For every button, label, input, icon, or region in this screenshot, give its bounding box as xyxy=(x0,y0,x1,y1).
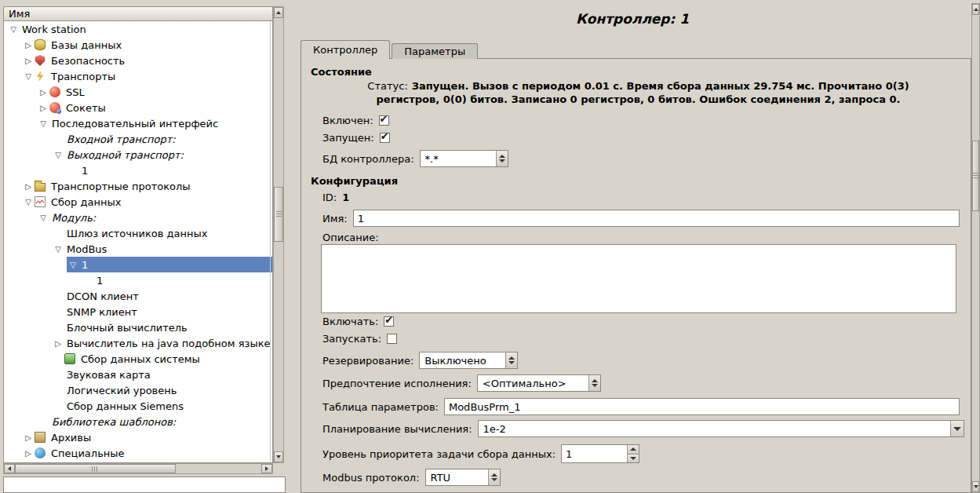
tree-item[interactable]: ▽Модуль: xyxy=(4,210,272,225)
scrollbar-thumb[interactable] xyxy=(15,464,176,473)
tree-indent xyxy=(4,163,67,178)
id-value: 1 xyxy=(342,192,349,203)
expander-closed-icon[interactable]: ▷ xyxy=(22,182,35,191)
expander-open-icon[interactable]: ▽ xyxy=(52,245,64,254)
tree-item-content: Блочный вычислитель xyxy=(52,320,272,335)
scrollbar-thumb[interactable] xyxy=(274,187,283,242)
redundancy-combobox[interactable]: Выключено xyxy=(419,352,518,369)
bottom-panel xyxy=(3,477,286,493)
scroll-right-button[interactable] xyxy=(261,464,272,473)
priority-row: Уровень приоритета задачи сбора данных: … xyxy=(322,444,960,463)
expander-closed-icon[interactable]: ▷ xyxy=(37,104,49,112)
scroll-left-button[interactable] xyxy=(4,464,15,473)
tree-item[interactable]: SNMP клиент xyxy=(4,304,272,320)
form-vertical-scrollbar[interactable] xyxy=(971,3,980,493)
tree-item[interactable]: ▽Последовательный интерфейс xyxy=(4,115,272,131)
tree-item-content: Библиотека шаблонов: xyxy=(37,414,272,429)
transports-icon xyxy=(35,71,46,82)
tree-item-label: SSL xyxy=(64,86,87,98)
tree-item-label: 1 xyxy=(79,259,90,271)
ssl-icon xyxy=(49,86,60,97)
started-checkbox[interactable] xyxy=(380,133,390,143)
tree-item[interactable]: Входной транспорт: xyxy=(4,131,272,147)
tree-item[interactable]: ▷Безопасность xyxy=(4,53,272,68)
tree-item[interactable]: Сбор данных Siemens xyxy=(4,398,272,414)
tree-indent xyxy=(4,367,52,382)
name-input[interactable] xyxy=(353,210,960,227)
schedule-combobox[interactable]: 1e-2 xyxy=(478,420,964,437)
expander-open-icon[interactable]: ▽ xyxy=(52,151,64,159)
tree-item[interactable]: ▽Транспорты xyxy=(4,68,272,84)
tree-vertical-scrollbar[interactable] xyxy=(273,6,284,463)
tree-item[interactable]: Сбор данных системы xyxy=(4,351,272,367)
to-enable-row: Включать: xyxy=(322,316,960,327)
tree-indent xyxy=(4,100,37,115)
to-start-checkbox[interactable] xyxy=(387,334,397,344)
param-table-input[interactable] xyxy=(444,398,960,415)
controller-db-combobox[interactable]: *.* xyxy=(420,150,508,167)
special-icon xyxy=(35,447,46,458)
tree-item-selected[interactable]: ▽1 xyxy=(4,257,272,272)
tree-indent xyxy=(4,272,82,288)
priority-spinbox[interactable]: 1 xyxy=(561,444,639,463)
expander-open-icon[interactable]: ▽ xyxy=(37,214,49,222)
tree-item[interactable]: Блочный вычислитель xyxy=(4,320,272,335)
tree-item-label: Модуль: xyxy=(49,212,98,224)
tree-item[interactable]: ▷Архивы xyxy=(4,429,272,445)
enabled-checkbox[interactable] xyxy=(379,115,389,126)
tree-item[interactable]: ▽ModBus xyxy=(4,241,272,257)
expander-closed-icon[interactable]: ▷ xyxy=(22,41,35,49)
scroll-down-button[interactable] xyxy=(972,481,979,492)
tree-item[interactable]: ▽Сбор данных xyxy=(4,194,272,210)
tab-controller[interactable]: Контроллер xyxy=(301,40,390,59)
expander-closed-icon[interactable]: ▷ xyxy=(22,57,35,65)
tree-item[interactable]: ▽Work station xyxy=(4,21,272,37)
preference-combobox[interactable]: <Оптимально> xyxy=(477,374,601,392)
tree-item[interactable]: ▷Специальные xyxy=(4,445,272,461)
tree-item[interactable]: 1 xyxy=(4,163,272,178)
expander-open-icon[interactable]: ▽ xyxy=(7,25,20,34)
expander-open-icon[interactable]: ▽ xyxy=(22,198,35,206)
tree-item-content: Шлюз источников данных xyxy=(52,225,272,241)
tree-item[interactable]: 1 xyxy=(4,272,272,288)
to-enable-checkbox[interactable] xyxy=(384,316,394,327)
expander-open-icon[interactable]: ▽ xyxy=(22,72,35,81)
tree-indent xyxy=(4,288,52,304)
expander-closed-icon[interactable]: ▷ xyxy=(52,339,64,348)
spin-down-button[interactable] xyxy=(628,454,639,463)
tree-indent xyxy=(4,225,52,241)
expander-closed-icon[interactable]: ▷ xyxy=(22,449,35,458)
tree-item[interactable]: DCON клиент xyxy=(4,288,272,304)
priority-value: 1 xyxy=(562,445,627,462)
tree-item[interactable]: ▽Выходной транспорт: xyxy=(4,147,272,163)
protocol-combobox[interactable]: RTU xyxy=(425,469,501,486)
expander-open-icon[interactable]: ▽ xyxy=(67,261,79,269)
tree-item[interactable]: Звуковая карта xyxy=(4,367,272,382)
tree-item[interactable]: ▷Сокеты xyxy=(4,100,272,115)
tree-item[interactable]: Библиотека шаблонов: xyxy=(4,414,272,429)
tree-indent xyxy=(4,320,52,335)
scroll-down-button[interactable] xyxy=(274,451,283,462)
expander-closed-icon[interactable]: ▷ xyxy=(37,88,49,97)
tree-item[interactable]: Логический уровень xyxy=(4,382,272,398)
tree-item[interactable]: ▷SSL xyxy=(4,84,272,100)
spin-up-button[interactable] xyxy=(628,445,639,454)
scroll-up-button[interactable] xyxy=(972,4,979,15)
enabled-row: Включен: xyxy=(322,115,960,126)
to-start-row: Запускать: xyxy=(322,333,960,345)
tree-column-header[interactable]: Имя xyxy=(3,6,273,21)
scroll-up-button[interactable] xyxy=(274,7,283,18)
tab-parameters[interactable]: Параметры xyxy=(392,43,478,59)
tree-horizontal-scrollbar[interactable] xyxy=(3,463,273,474)
expander-open-icon[interactable]: ▽ xyxy=(37,119,49,128)
expander-closed-icon[interactable]: ▷ xyxy=(22,433,35,442)
tree-item-content: ▷Вычислитель на java подобном языке xyxy=(52,335,272,351)
tree-item[interactable]: ▷Вычислитель на java подобном языке xyxy=(4,335,272,351)
description-textarea[interactable] xyxy=(321,244,956,313)
tree-item[interactable]: ▷Транспортные протоколы xyxy=(4,178,272,194)
scrollbar-thumb[interactable] xyxy=(972,141,979,211)
tree-item[interactable]: ▷Базы данных xyxy=(4,37,272,53)
tree-item-content: ▽Work station xyxy=(7,21,272,37)
tree-item[interactable]: Шлюз источников данных xyxy=(4,225,272,241)
redundancy-row: Резервирование: Выключено xyxy=(322,352,960,369)
